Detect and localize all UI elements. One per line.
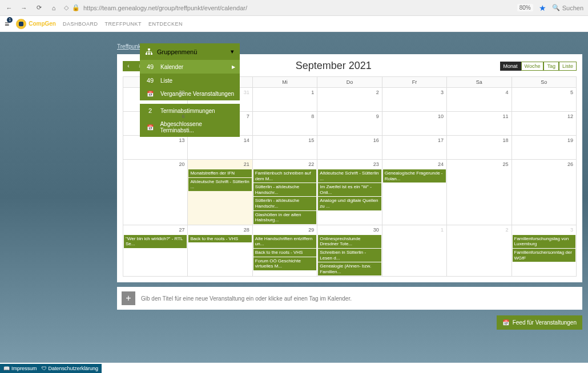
sidebar-item[interactable]: 49Kalender▶ — [140, 60, 240, 74]
calendar-cell[interactable]: 25 — [447, 160, 512, 225]
calendar-event[interactable]: Back to the roots - VHS — [188, 235, 251, 243]
calendar-event[interactable]: Familienforschungstag von Luxemburg — [513, 235, 575, 248]
calendar-cell[interactable]: 29Alte Handschriften entziffern un...Bac… — [252, 225, 317, 277]
add-event-button[interactable]: + — [122, 291, 135, 305]
calendar-cell[interactable]: 11 — [447, 112, 512, 136]
day-number: 1 — [253, 88, 317, 97]
day-number: 11 — [447, 112, 511, 121]
calendar-cell[interactable]: 18 — [447, 136, 512, 160]
menu-button[interactable]: ≡1 — [5, 19, 9, 29]
calendar-cell[interactable]: 2 — [447, 225, 512, 277]
calendar-cell[interactable]: 2 — [317, 88, 382, 112]
weekday-header: So — [512, 77, 576, 88]
calendar-event[interactable]: Forum OÖ Geschichte virtuelles M... — [253, 257, 316, 270]
calendar-cell[interactable]: 16 — [317, 136, 382, 160]
weekday-header: Mi — [252, 77, 317, 88]
calendar-cell[interactable]: 26 — [512, 160, 576, 225]
calendar-cell[interactable]: 31 — [188, 88, 252, 112]
group-menu-dropdown[interactable]: Gruppenmenü ▾ — [140, 43, 240, 60]
reload-button[interactable]: ⟳ — [34, 3, 43, 13]
zoom-level[interactable]: 80% — [517, 4, 533, 11]
main-area: Gruppenmenü ▾ 49Kalender▶49Liste📅Vergang… — [0, 32, 588, 363]
search-icon: 🔍 — [552, 4, 560, 11]
sidebar-item[interactable]: 49Liste — [140, 74, 240, 87]
calendar-cell[interactable]: 17 — [382, 136, 446, 160]
calendar-cell[interactable]: 14 — [188, 136, 252, 160]
calendar-event[interactable]: Familienforschersonntag der WGfF — [513, 249, 575, 262]
nav-entdecken[interactable]: ENTDECKEN — [148, 21, 183, 27]
view-week[interactable]: Woche — [521, 62, 544, 71]
item-count: 49 — [144, 77, 156, 84]
calendar-event[interactable]: Alte Handschriften entziffern un... — [253, 235, 316, 248]
breadcrumb-treffpunkt[interactable]: Treffpunkt — [117, 43, 142, 50]
calendar-cell[interactable]: 5 — [512, 88, 576, 112]
calendar-cell[interactable]: 27"Wer bin ich wirklich?" - RTL Se... — [123, 225, 188, 277]
day-number: 9 — [317, 112, 381, 121]
calendar-views: Monat Woche Tag Liste — [500, 62, 577, 71]
calendar-event[interactable]: Onlinesprechstunde Dresdner Tote... — [318, 235, 381, 248]
calendar-cell[interactable]: 15 — [252, 136, 317, 160]
calendar-event[interactable]: Sütterlin - altdeutsche Handschr... — [253, 183, 316, 196]
prev-month-button[interactable]: ‹ — [123, 61, 134, 71]
browser-search[interactable]: 🔍 Suchen — [552, 4, 583, 11]
calendar-event[interactable]: Familienbuch schreiben auf dem M... — [253, 169, 316, 183]
calendar-event[interactable]: Im Zweifel ist es ein "W" - Onli... — [318, 183, 381, 196]
calendar-event[interactable]: Altdeutsche Schrift - Sütterlin ... — [318, 169, 381, 183]
address-bar[interactable]: ◇ 🔒 https://team.genealogy.net/group/tre… — [64, 4, 512, 11]
calendar-cell[interactable]: 13 — [123, 136, 188, 160]
calendar-cell[interactable]: 8 — [252, 112, 317, 136]
day-number: 1 — [382, 225, 446, 234]
calendar-event[interactable]: Back to the roots - VHS — [253, 249, 316, 257]
calendar-cell[interactable]: 28Back to the roots - VHS — [188, 225, 252, 277]
calendar-cell[interactable]: 24Genealogische Fragerunde - Rolan... — [382, 160, 446, 225]
calendar-event[interactable]: Glashütten in der alten Habsburg... — [253, 211, 316, 224]
calendar-event[interactable]: Monatstreffen der IFN — [188, 169, 251, 177]
calendar-cell[interactable]: 20 — [123, 160, 188, 225]
footer-datenschutz[interactable]: 🛡Datenschutzerklärung — [42, 366, 99, 371]
nav-dashboard[interactable]: DASHBOARD — [63, 21, 98, 27]
calendar-cell[interactable]: 7 — [188, 112, 252, 136]
brand-logo[interactable]: CompGen — [16, 19, 56, 29]
calendar-cell[interactable]: 22Familienbuch schreiben auf dem M...Süt… — [252, 160, 317, 225]
footer-impressum[interactable]: 📖Impressum — [3, 366, 37, 371]
back-button[interactable]: ← — [5, 3, 14, 13]
calendar-event[interactable]: Genealogie (Ahnen- bzw. Familien... — [318, 262, 381, 275]
calendar-cell[interactable]: 12 — [512, 112, 576, 136]
calendar-cell[interactable]: 1 — [252, 88, 317, 112]
footer: 📖Impressum 🛡Datenschutzerklärung — [0, 364, 102, 373]
day-number: 31 — [188, 88, 252, 97]
calendar-cell[interactable]: 3Familienforschungstag von LuxemburgFami… — [512, 225, 576, 277]
view-list[interactable]: Liste — [559, 62, 577, 71]
calendar-cell[interactable]: 6 — [123, 112, 188, 136]
calendar-cell[interactable]: 30Onlinesprechstunde Dresdner Tote...Sch… — [317, 225, 382, 277]
book-icon: 📖 — [3, 366, 10, 371]
day-number: 21 — [188, 160, 252, 169]
view-month[interactable]: Monat — [500, 62, 521, 71]
calendar-event[interactable]: Sütterlin - altdeutsche Handschr... — [253, 197, 316, 210]
view-day[interactable]: Tag — [543, 62, 559, 71]
logo-icon — [16, 19, 26, 29]
nav-treffpunkt[interactable]: TREFFPUNKT — [104, 21, 142, 27]
calendar-event[interactable]: Analoge und digitale Quellen zu ... — [318, 197, 381, 210]
brand-text: CompGen — [29, 21, 56, 27]
calendar-cell[interactable]: 30 — [123, 88, 188, 112]
day-number: 5 — [512, 88, 576, 97]
new-event-input[interactable] — [141, 295, 578, 302]
calendar-cell[interactable]: 9 — [317, 112, 382, 136]
content-area: Treffpunkt » Veranstaltungen » Kalender … — [117, 43, 582, 357]
calendar-event[interactable]: Schreiben in Sütterlin - Lesen d... — [318, 249, 381, 262]
calendar-event[interactable]: Genealogische Fragerunde - Rolan... — [383, 169, 446, 183]
forward-button[interactable]: → — [19, 3, 29, 13]
calendar-event[interactable]: "Wer bin ich wirklich?" - RTL Se... — [124, 235, 187, 248]
calendar-cell[interactable]: 21Monatstreffen der IFNAltdeutsche Schri… — [188, 160, 252, 225]
calendar-cell[interactable]: 23Altdeutsche Schrift - Sütterlin ...Im … — [317, 160, 382, 225]
calendar-cell[interactable]: 1 — [382, 225, 446, 277]
home-button[interactable]: ⌂ — [49, 3, 58, 13]
bookmark-star-icon[interactable]: ★ — [539, 3, 546, 13]
calendar-event[interactable]: Altdeutsche Schrift - Sütterlin ... — [188, 178, 251, 191]
calendar-cell[interactable]: 4 — [447, 88, 512, 112]
calendar-cell[interactable]: 19 — [512, 136, 576, 160]
feed-button[interactable]: 📅 Feed für Veranstaltungen — [497, 315, 582, 330]
calendar-cell[interactable]: 3 — [382, 88, 446, 112]
calendar-cell[interactable]: 10 — [382, 112, 446, 136]
